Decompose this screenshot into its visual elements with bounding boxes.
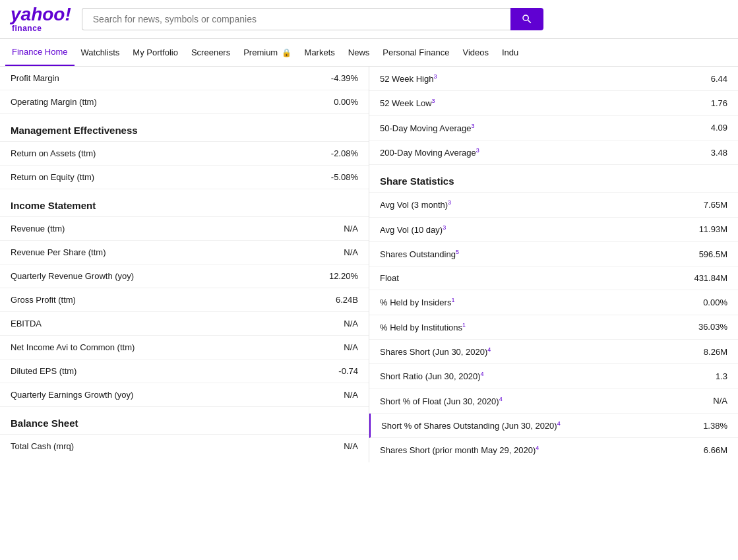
- stat-row-roe: Return on Equity (ttm) -5.08%: [0, 166, 369, 189]
- avg-vol-10d-value: 11.93M: [699, 224, 727, 234]
- 52-week-low-label: 52 Week Low3: [380, 98, 435, 108]
- shares-short-value: 8.26M: [704, 347, 727, 357]
- roe-label: Return on Equity (ttm): [11, 172, 94, 182]
- search-input[interactable]: [82, 8, 510, 30]
- left-column: Profit Margin -4.39% Operating Margin (t…: [0, 67, 369, 462]
- search-button[interactable]: [510, 8, 543, 30]
- profit-margin-value: -4.39%: [331, 73, 358, 83]
- avg-vol-10d-sup: 3: [443, 224, 446, 231]
- stat-row-operating-margin: Operating Margin (ttm) 0.00%: [0, 90, 369, 114]
- short-pct-float-label: Short % of Float (Jun 30, 2020)4: [380, 396, 503, 406]
- stat-row-avg-vol-3m: Avg Vol (3 month)3 7.65M: [369, 193, 738, 217]
- operating-margin-value: 0.00%: [334, 97, 358, 107]
- logo[interactable]: yahoo! finance: [11, 5, 71, 33]
- management-effectiveness-header: Management Effectiveness: [0, 114, 369, 142]
- float-label: Float: [380, 273, 399, 283]
- shares-outstanding-label: Shares Outstanding5: [380, 249, 459, 259]
- nav-item-indu[interactable]: Indu: [495, 40, 525, 65]
- stat-row-200-day-ma: 200-Day Moving Average3 3.48: [369, 140, 738, 165]
- roa-value: -2.08%: [331, 148, 358, 158]
- total-cash-label: Total Cash (mrq): [11, 441, 74, 451]
- revenue-per-share-value: N/A: [344, 247, 358, 257]
- diluted-eps-label: Diluted EPS (ttm): [11, 366, 77, 376]
- stat-row-held-by-institutions: % Held by Institutions1 36.03%: [369, 315, 738, 340]
- share-statistics-header: Share Statistics: [369, 165, 738, 193]
- logo-yahoo: yahoo!: [11, 5, 71, 24]
- stat-row-gross-profit: Gross Profit (ttm) 6.24B: [0, 288, 369, 312]
- stat-row-quarterly-earnings-growth: Quarterly Earnings Growth (yoy) N/A: [0, 383, 369, 407]
- balance-sheet-header: Balance Sheet: [0, 407, 369, 435]
- quarterly-revenue-growth-value: 12.20%: [329, 271, 358, 281]
- stat-row-52-week-low: 52 Week Low3 1.76: [369, 91, 738, 115]
- 52-week-high-value: 6.44: [711, 74, 727, 84]
- stat-row-total-cash: Total Cash (mrq) N/A: [0, 435, 369, 458]
- nav-item-personal-finance[interactable]: Personal Finance: [376, 40, 456, 65]
- quarterly-earnings-growth-label: Quarterly Earnings Growth (yoy): [11, 390, 133, 400]
- logo-finance: finance: [12, 24, 42, 33]
- main-content: Profit Margin -4.39% Operating Margin (t…: [0, 67, 738, 462]
- short-ratio-label: Short Ratio (Jun 30, 2020)4: [380, 371, 484, 381]
- avg-vol-10d-label: Avg Vol (10 day)3: [380, 224, 446, 235]
- nav-item-videos[interactable]: Videos: [456, 40, 495, 65]
- held-by-institutions-sup: 1: [462, 322, 466, 328]
- 50-day-ma-value: 4.09: [711, 123, 727, 133]
- short-pct-outstanding-label: Short % of Shares Outstanding (Jun 30, 2…: [381, 420, 561, 431]
- operating-margin-label: Operating Margin (ttm): [11, 97, 97, 107]
- nav-item-screeners[interactable]: Screeners: [185, 40, 237, 65]
- right-column: 52 Week High3 6.44 52 Week Low3 1.76 50-…: [369, 67, 738, 462]
- nav-item-news[interactable]: News: [342, 40, 377, 65]
- held-by-institutions-label: % Held by Institutions1: [380, 322, 466, 332]
- 50-day-ma-sup: 3: [472, 123, 475, 129]
- stat-row-short-ratio: Short Ratio (Jun 30, 2020)4 1.3: [369, 364, 738, 389]
- header: yahoo! finance: [0, 0, 738, 39]
- stat-row-52-week-high: 52 Week High3 6.44: [369, 67, 738, 91]
- float-value: 431.84M: [694, 273, 727, 283]
- stat-row-profit-margin: Profit Margin -4.39%: [0, 67, 369, 90]
- 52-week-high-label: 52 Week High3: [380, 73, 437, 84]
- 200-day-ma-label: 200-Day Moving Average3: [380, 147, 479, 158]
- shares-outstanding-value: 596.5M: [699, 249, 727, 259]
- 52-week-high-sup: 3: [433, 73, 437, 80]
- quarterly-revenue-growth-label: Quarterly Revenue Growth (yoy): [11, 271, 134, 281]
- gross-profit-label: Gross Profit (ttm): [11, 295, 76, 305]
- short-pct-outstanding-sup: 4: [557, 420, 561, 427]
- stat-row-diluted-eps: Diluted EPS (ttm) -0.74: [0, 359, 369, 383]
- roa-label: Return on Assets (ttm): [11, 148, 96, 158]
- net-income-label: Net Income Avi to Common (ttm): [11, 342, 135, 352]
- stat-row-ebitda: EBITDA N/A: [0, 312, 369, 336]
- total-cash-value: N/A: [344, 441, 358, 451]
- 200-day-ma-sup: 3: [476, 147, 479, 154]
- 52-week-low-value: 1.76: [711, 98, 727, 108]
- stat-row-net-income: Net Income Avi to Common (ttm) N/A: [0, 336, 369, 359]
- ebitda-value: N/A: [344, 319, 358, 328]
- nav-item-markets[interactable]: Markets: [298, 40, 342, 65]
- held-by-institutions-value: 36.03%: [698, 322, 727, 332]
- short-ratio-value: 1.3: [716, 371, 727, 381]
- income-statement-header: Income Statement: [0, 189, 369, 217]
- roe-value: -5.08%: [331, 172, 358, 182]
- stat-row-shares-outstanding: Shares Outstanding5 596.5M: [369, 242, 738, 266]
- revenue-per-share-label: Revenue Per Share (ttm): [11, 247, 106, 257]
- search-icon: [521, 13, 533, 25]
- nav-item-watchlists[interactable]: Watchlists: [75, 40, 127, 65]
- stat-row-float: Float 431.84M: [369, 266, 738, 290]
- quarterly-earnings-growth-value: N/A: [344, 390, 358, 400]
- navigation: Finance Home Watchlists My Portfolio Scr…: [0, 39, 738, 67]
- search-container: [82, 8, 543, 30]
- stat-row-roa: Return on Assets (ttm) -2.08%: [0, 142, 369, 166]
- shares-short-label: Shares Short (Jun 30, 2020)4: [380, 346, 491, 357]
- profit-margin-label: Profit Margin: [11, 73, 59, 83]
- nav-item-premium[interactable]: Premium 🔒: [237, 40, 297, 65]
- stat-row-revenue: Revenue (ttm) N/A: [0, 217, 369, 241]
- nav-item-my-portfolio[interactable]: My Portfolio: [126, 40, 185, 65]
- gross-profit-value: 6.24B: [336, 295, 358, 305]
- nav-item-finance-home[interactable]: Finance Home: [5, 39, 75, 66]
- short-pct-outstanding-value: 1.38%: [703, 421, 727, 431]
- diluted-eps-value: -0.74: [338, 366, 358, 376]
- stat-row-avg-vol-10d: Avg Vol (10 day)3 11.93M: [369, 218, 738, 242]
- stat-row-quarterly-revenue-growth: Quarterly Revenue Growth (yoy) 12.20%: [0, 264, 369, 288]
- avg-vol-3m-label: Avg Vol (3 month)3: [380, 199, 451, 210]
- avg-vol-3m-value: 7.65M: [704, 200, 727, 210]
- shares-short-prior-sup: 4: [536, 445, 539, 451]
- short-pct-float-value: N/A: [713, 396, 727, 406]
